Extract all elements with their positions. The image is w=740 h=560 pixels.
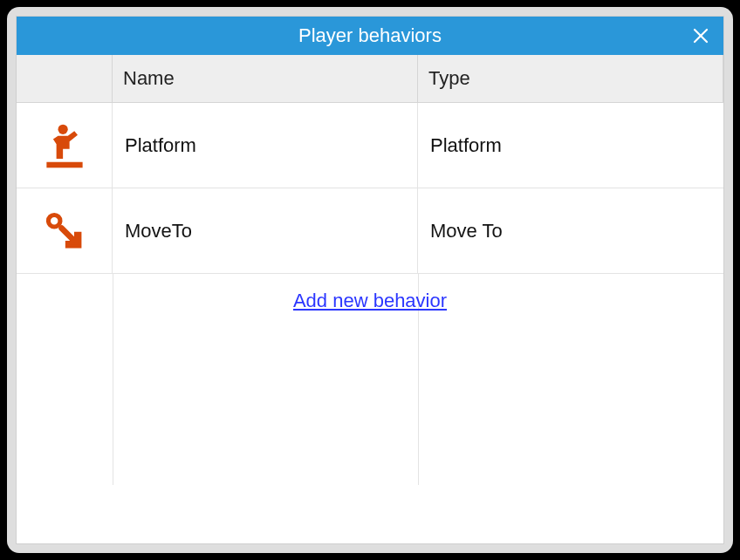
column-header-name[interactable]: Name [113, 55, 418, 103]
close-icon [692, 27, 709, 44]
moveto-icon [41, 208, 88, 255]
behaviors-table: Name Type Platform Platform [17, 55, 723, 543]
table-empty-area [17, 328, 723, 485]
column-header-icon[interactable] [17, 55, 113, 103]
add-new-behavior-link[interactable]: Add new behavior [293, 290, 447, 312]
add-row: Add new behavior [17, 274, 723, 328]
platformer-icon [38, 120, 91, 172]
table-cell-type[interactable]: Platform [418, 103, 723, 188]
table-cell-name[interactable]: MoveTo [113, 188, 418, 274]
table-cell-type[interactable]: Move To [418, 188, 723, 274]
titlebar: Player behaviors [17, 17, 723, 55]
svg-rect-3 [46, 161, 82, 167]
svg-line-6 [61, 228, 73, 240]
dialog-title: Player behaviors [298, 24, 442, 47]
svg-point-2 [58, 124, 67, 133]
svg-point-4 [48, 215, 60, 227]
dialog-window: Player behaviors Name Type Platform [7, 7, 733, 553]
table-cell-name[interactable]: Platform [113, 103, 418, 188]
table-row-icon[interactable] [17, 103, 113, 188]
dialog-inner: Player behaviors Name Type Platform [16, 16, 724, 544]
column-header-type[interactable]: Type [418, 55, 723, 103]
table-row-icon[interactable] [17, 188, 113, 274]
close-button[interactable] [689, 24, 713, 48]
